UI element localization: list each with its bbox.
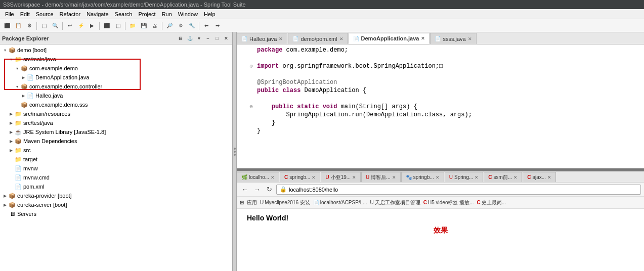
tree-item-eureka-server[interactable]: ▶ 📦 eureka-server [boot] xyxy=(0,200,232,209)
tree-item-demo[interactable]: ▾ 📦 demo [boot] xyxy=(0,46,232,55)
browser-tab-close-5[interactable]: ✕ xyxy=(436,175,440,180)
toolbar-btn-18[interactable]: ➡ xyxy=(212,21,223,31)
toolbar-btn-10[interactable]: ⬚ xyxy=(113,21,123,31)
tree-item-src-main-resources[interactable]: ▶ 📁 src/main/resources xyxy=(0,109,232,118)
toolbar-btn-11[interactable]: 📁 xyxy=(127,21,138,31)
main-layout: Package Explorer ⊟ ⚓ ▾ − □ ✕ ▾ 📦 demo [b… xyxy=(0,32,644,271)
panel-menu-icon[interactable]: ▾ xyxy=(195,34,203,42)
browser-tab-ajax[interactable]: C ajax... ✕ xyxy=(523,172,556,182)
browser-tab-close-2[interactable]: ✕ xyxy=(312,175,316,180)
panel-maximize-icon[interactable]: □ xyxy=(213,34,221,42)
browser-tab-close-3[interactable]: ✕ xyxy=(352,175,356,180)
panel-close-icon[interactable]: ✕ xyxy=(222,34,230,42)
menu-refactor[interactable]: Refactor xyxy=(57,11,84,18)
tab-close-demoapp[interactable]: ✕ xyxy=(421,36,425,41)
toolbar-btn-8[interactable]: ▶ xyxy=(87,21,97,31)
tree-icon-com-example-demo-controller: 📦 xyxy=(20,82,28,91)
toolbar-btn-3[interactable]: ⚙ xyxy=(24,21,34,31)
tab-demoapp[interactable]: 📄 DemoApplication.java ✕ xyxy=(349,33,430,44)
panel-minimize-icon[interactable]: − xyxy=(204,34,212,42)
menu-search[interactable]: Search xyxy=(112,11,136,18)
browser-tab-springb1[interactable]: C springb... ✕ xyxy=(280,172,320,182)
nav-refresh-button[interactable]: ↻ xyxy=(264,185,274,195)
toolbar-btn-1[interactable]: ⬛ xyxy=(2,21,12,31)
tab-halleo[interactable]: 📄 Halleo.java ✕ xyxy=(237,33,287,44)
collapse-all-icon[interactable]: ⊟ xyxy=(177,34,185,42)
tree-item-mvnw-cmd[interactable]: 📄 mvnw.cmd xyxy=(0,173,232,182)
toolbar-btn-17[interactable]: ⬅ xyxy=(201,21,211,31)
tree-label-com-example-demo-sss: com.example.demo.sss xyxy=(29,102,88,108)
bookmark-apps[interactable]: 应用 xyxy=(247,199,257,206)
browser-tab-blog[interactable]: U 博客后... ✕ xyxy=(361,172,401,182)
tree-label-target: target xyxy=(23,156,37,162)
package-explorer-title: Package Explorer xyxy=(2,35,177,41)
browser-tab-ssm[interactable]: C ssm前... ✕ xyxy=(484,172,522,182)
tree-item-halleo[interactable]: ▶ 📄 Halleo.java xyxy=(0,91,232,100)
menu-window[interactable]: Window xyxy=(175,11,201,18)
tab-close-halleo[interactable]: ✕ xyxy=(279,36,283,41)
toolbar-btn-2[interactable]: 📋 xyxy=(13,21,23,31)
tree-item-src[interactable]: ▶ 📁 src xyxy=(0,146,232,155)
tree-label-com-example-demo-controller: com.example.demo.controller xyxy=(29,83,102,89)
bookmark-myeclipse[interactable]: U Myeclipse2016 安装 xyxy=(260,199,310,206)
toolbar-btn-7[interactable]: ⚡ xyxy=(76,21,86,31)
tree-icon-src: 📁 xyxy=(14,146,22,154)
browser-tab-springb2[interactable]: 🐾 springb... ✕ xyxy=(401,172,444,182)
nav-back-button[interactable]: ← xyxy=(240,185,250,195)
tab-ssss[interactable]: 📄 ssss.java ✕ xyxy=(430,33,476,44)
tree-item-com-example-demo-sss[interactable]: 📦 com.example.demo.sss xyxy=(0,100,232,109)
toolbar-btn-9[interactable]: ⬛ xyxy=(102,21,112,31)
browser-tab-close-7[interactable]: ✕ xyxy=(513,175,518,180)
tree-item-maven[interactable]: ▶ 📦 Maven Dependencies xyxy=(0,137,232,146)
tab-close-pom[interactable]: ✕ xyxy=(339,36,344,41)
browser-tab-close-6[interactable]: ✕ xyxy=(475,175,479,180)
tree-item-src-main-java[interactable]: ▾ 📁 src/main/java xyxy=(0,55,232,64)
tab-close-ssss[interactable]: ✕ xyxy=(468,36,472,41)
browser-tab-spring[interactable]: U Spring... ✕ xyxy=(445,172,483,182)
browser-tab-close-8[interactable]: ✕ xyxy=(547,175,551,180)
toolbar-btn-6[interactable]: ↩ xyxy=(65,21,75,31)
link-editor-icon[interactable]: ⚓ xyxy=(186,34,194,42)
menu-navigate[interactable]: Navigate xyxy=(83,11,111,18)
toolbar-btn-14[interactable]: 🔎 xyxy=(164,21,175,31)
tree-arrow-halleo: ▶ xyxy=(20,93,26,99)
tree-item-eureka-provider[interactable]: ▶ 📦 eureka-provider [boot] xyxy=(0,191,232,200)
bookmark-h5video[interactable]: C H5 video标签 播放... xyxy=(423,199,474,206)
menu-source[interactable]: Source xyxy=(33,11,57,18)
tree-label-demo: demo [boot] xyxy=(17,47,47,53)
toolbar-btn-13[interactable]: 🖨 xyxy=(150,21,160,31)
toolbar-btn-16[interactable]: 🔧 xyxy=(187,21,197,31)
url-bar[interactable]: 🔒 localhost:8080/hello xyxy=(276,185,641,195)
tree-item-pom[interactable]: 📄 pom.xml xyxy=(0,182,232,191)
menu-help[interactable]: Help xyxy=(201,11,219,18)
line-marker-5 xyxy=(243,79,253,85)
menu-edit[interactable]: Edit xyxy=(17,11,33,18)
tree-label-src-main-java: src/main/java xyxy=(23,56,56,62)
tree-item-com-example-demo[interactable]: ▾ 📦 com.example.demo xyxy=(0,64,232,73)
splitter[interactable] xyxy=(233,32,237,271)
bookmark-tianqi[interactable]: U 天启工作室项目管理 xyxy=(370,199,420,206)
bookmark-localhost[interactable]: 📄 localhost/ACPSP/L... xyxy=(313,200,367,205)
tree-item-servers[interactable]: 🖥 Servers xyxy=(0,209,232,218)
code-editor[interactable]: package com.example.demo; ⊕ import org.s… xyxy=(237,44,644,170)
browser-tab-close-4[interactable]: ✕ xyxy=(392,175,396,180)
tab-pom[interactable]: 📄 demo/pom.xml ✕ xyxy=(288,33,348,44)
browser-tab-close-1[interactable]: ✕ xyxy=(271,175,275,180)
tree-item-src-test-java[interactable]: ▶ 📁 src/test/java xyxy=(0,118,232,127)
toolbar-btn-12[interactable]: 💾 xyxy=(139,21,149,31)
browser-tab-localho[interactable]: 🌿 localho... ✕ xyxy=(237,172,279,182)
tree-item-mvnw[interactable]: 📄 mvnw xyxy=(0,164,232,173)
toolbar-btn-15[interactable]: ⚙ xyxy=(176,21,186,31)
toolbar-btn-5[interactable]: 🔍 xyxy=(50,21,60,31)
tree-item-target[interactable]: 📁 target xyxy=(0,155,232,164)
tree-item-jre[interactable]: ▶ ☕ JRE System Library [JavaSE-1.8] xyxy=(0,127,232,137)
bookmark-shishang[interactable]: C 史上最简... xyxy=(477,199,506,206)
menu-file[interactable]: File xyxy=(2,11,17,18)
nav-forward-button[interactable]: → xyxy=(252,185,262,195)
tree-item-com-example-demo-controller[interactable]: ▾ 📦 com.example.demo.controller xyxy=(0,82,232,91)
tree-item-demoapplication[interactable]: ▶ 📄 DemoApplication.java xyxy=(0,73,232,82)
toolbar-btn-4[interactable]: ⬚ xyxy=(39,21,49,31)
menu-project[interactable]: Project xyxy=(135,11,158,18)
browser-tab-xiaoya[interactable]: U 小亚19... ✕ xyxy=(321,172,361,182)
menu-run[interactable]: Run xyxy=(159,11,175,18)
